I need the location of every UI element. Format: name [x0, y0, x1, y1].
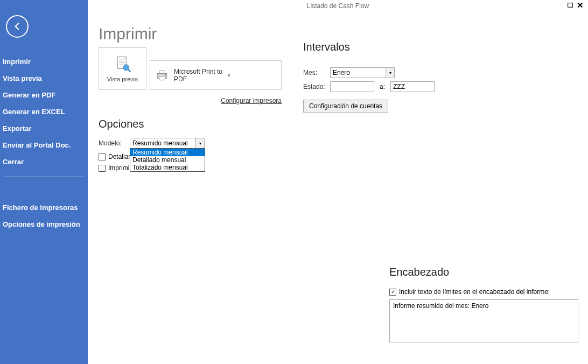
printer-icon [155, 68, 170, 83]
svg-line-7 [128, 69, 130, 72]
detail-label: Detallar [108, 153, 130, 160]
detail-checkbox[interactable] [99, 153, 106, 160]
svg-rect-0 [568, 3, 572, 8]
title-bar: Listado de Cash Flow ✕ [88, 0, 588, 16]
nav-enviar-portal[interactable]: Enviar al Portal Doc. [0, 137, 88, 153]
back-button[interactable] [6, 15, 29, 38]
month-select[interactable]: Enero ▾ [330, 67, 395, 78]
include-limits-checkbox[interactable] [389, 289, 396, 296]
model-label: Modelo: [99, 139, 125, 147]
nav-divider [3, 177, 85, 177]
model-dropdown-list: Resumido mensual Detallado mensual Total… [130, 148, 205, 172]
nav-cerrar[interactable]: Cerrar [0, 153, 88, 170]
state-to-input[interactable] [390, 81, 435, 92]
nav-exportar[interactable]: Exportar [0, 120, 88, 137]
nav-vista-previa[interactable]: Vista previa [0, 70, 88, 87]
model-option-resumido[interactable]: Resumido mensual [130, 149, 205, 156]
svg-point-11 [165, 74, 166, 75]
header-heading: Encabezado [389, 266, 578, 278]
svg-rect-9 [159, 71, 165, 73]
config-accounts-button[interactable]: Configuración de cuentas [303, 100, 388, 113]
preview-label: Vista previa [107, 76, 138, 82]
state-to-label: a: [380, 83, 385, 90]
month-value: Enero [333, 69, 350, 76]
document-magnifier-icon [113, 55, 132, 74]
printer-name: Microsoft Print to PDF [174, 68, 223, 83]
model-option-detallado[interactable]: Detallado mensual [130, 156, 205, 164]
nav-generar-excel[interactable]: Generar en EXCEL [0, 103, 88, 120]
include-limits-label: Incluir texto de límites en el encabezad… [399, 288, 550, 296]
nav-generar-pdf[interactable]: Generar en PDF [0, 87, 88, 103]
window-title: Listado de Cash Flow [307, 2, 369, 10]
config-printer-link[interactable]: Configurar impresora [221, 97, 282, 104]
sidebar: Imprimir Vista previa Generar en PDF Gen… [0, 0, 88, 364]
maximize-icon [568, 3, 573, 8]
reverse-checkbox[interactable] [99, 165, 106, 172]
nav-fichero-impresoras[interactable]: Fichero de impresoras [0, 199, 88, 216]
nav-primary: Imprimir Vista previa Generar en PDF Gen… [0, 53, 88, 170]
arrow-left-icon [12, 21, 23, 32]
model-dropdown[interactable]: Resumido mensual ▾ [130, 138, 205, 149]
header-textarea[interactable] [389, 299, 578, 342]
state-label: Estado: [303, 83, 327, 90]
printer-select[interactable]: Microsoft Print to PDF ▾ [150, 60, 282, 90]
maximize-button[interactable] [565, 1, 575, 9]
chevron-down-icon: ▾ [195, 138, 205, 149]
content-area: Listado de Cash Flow ✕ Imprimir [88, 0, 588, 364]
model-value: Resumido mensual [132, 139, 188, 147]
state-from-input[interactable] [330, 81, 374, 92]
nav-opciones-impresion[interactable]: Opciones de impresión [0, 216, 88, 233]
month-label: Mes: [303, 69, 327, 76]
header-section: Encabezado Incluir texto de límites en e… [389, 266, 578, 345]
preview-button[interactable]: Vista previa [99, 47, 146, 90]
page-heading: Imprimir [99, 25, 282, 43]
nav-imprimir[interactable]: Imprimir [0, 53, 88, 70]
nav-secondary: Fichero de impresoras Opciones de impres… [0, 199, 88, 233]
svg-rect-10 [159, 76, 165, 80]
chevron-down-icon: ▾ [386, 67, 395, 78]
chevron-down-icon: ▾ [228, 73, 277, 78]
model-option-totalizado[interactable]: Totalizado mensual [130, 164, 205, 171]
options-heading: Opciones [99, 118, 282, 130]
close-button[interactable]: ✕ [576, 1, 585, 9]
intervals-heading: Intervalos [303, 41, 577, 53]
